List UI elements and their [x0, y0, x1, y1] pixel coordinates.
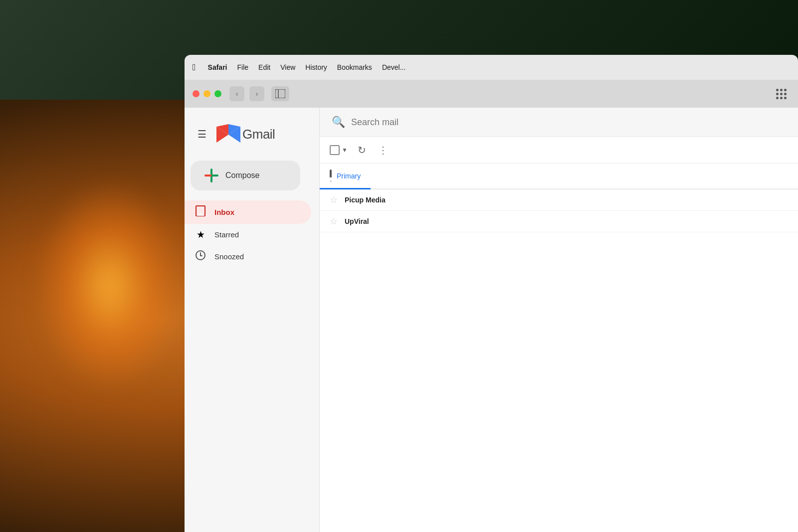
macos-menubar:  Safari File Edit View History Bookmark… — [185, 55, 798, 80]
maximize-button[interactable] — [214, 90, 221, 97]
apps-grid-button[interactable] — [772, 86, 790, 101]
checkbox-square-icon — [330, 145, 340, 155]
hamburger-menu-button[interactable]: ☰ — [195, 125, 209, 143]
gmail-header: ☰ — [185, 116, 319, 157]
table-row[interactable]: ☆ Picup Media — [320, 189, 798, 211]
compose-plus-icon — [204, 169, 218, 182]
compose-label: Compose — [225, 171, 259, 180]
email-list: ☆ Picup Media ☆ UpViral — [320, 189, 798, 532]
search-icon: 🔍 — [332, 116, 345, 129]
nav-item-snoozed[interactable]: Snoozed — [185, 245, 311, 268]
tab-primary[interactable]: Primary — [320, 164, 371, 189]
star-icon[interactable]: ☆ — [330, 216, 338, 227]
select-all-checkbox[interactable]: ▼ — [330, 145, 348, 155]
primary-tab-icon — [330, 171, 332, 181]
email-sender: Picup Media — [345, 196, 424, 204]
gmail-sidebar: ☰ — [185, 108, 319, 532]
minimize-button[interactable] — [203, 90, 210, 97]
gmail-logo: Gmail — [215, 122, 275, 147]
compose-button[interactable]: Compose — [191, 161, 300, 190]
traffic-lights — [193, 90, 221, 97]
chevron-right-icon: › — [256, 90, 258, 98]
gmail-text-label: Gmail — [242, 127, 275, 142]
svg-rect-0 — [275, 89, 285, 98]
apple-menu[interactable]:  — [193, 62, 196, 73]
menu-view[interactable]: View — [280, 63, 295, 71]
back-button[interactable]: ‹ — [229, 86, 244, 101]
forward-button[interactable]: › — [249, 86, 264, 101]
mail-tabs: Primary — [320, 164, 798, 189]
menu-safari[interactable]: Safari — [208, 63, 227, 71]
inbox-icon — [195, 205, 206, 219]
mail-toolbar: ▼ ↻ ⋮ — [320, 137, 798, 164]
safari-toolbar: ‹ › — [185, 80, 798, 108]
browser-content: ☰ — [185, 108, 798, 532]
inbox-label: Inbox — [214, 208, 234, 216]
menu-develop[interactable]: Devel... — [382, 63, 405, 71]
dropdown-arrow-icon: ▼ — [342, 147, 348, 154]
close-button[interactable] — [193, 90, 200, 97]
star-icon: ★ — [195, 229, 206, 240]
primary-tab-label: Primary — [337, 172, 361, 180]
menu-history[interactable]: History — [305, 63, 327, 71]
gmail-m-icon — [215, 122, 240, 147]
starred-label: Starred — [214, 230, 239, 239]
menu-bookmarks[interactable]: Bookmarks — [337, 63, 372, 71]
refresh-button[interactable]: ↻ — [356, 142, 368, 158]
nav-item-inbox[interactable]: Inbox — [185, 200, 311, 224]
search-bar: 🔍 — [320, 108, 798, 137]
clock-icon — [195, 250, 206, 263]
email-sender: UpViral — [345, 217, 424, 225]
menu-file[interactable]: File — [237, 63, 249, 71]
snoozed-label: Snoozed — [214, 252, 244, 261]
star-icon[interactable]: ☆ — [330, 194, 338, 205]
nav-item-starred[interactable]: ★ Starred — [185, 224, 311, 245]
sidebar-toggle-icon — [275, 89, 285, 98]
browser-window:  Safari File Edit View History Bookmark… — [185, 55, 798, 532]
search-input[interactable] — [351, 117, 786, 128]
chevron-left-icon: ‹ — [236, 90, 238, 98]
menu-edit[interactable]: Edit — [258, 63, 270, 71]
more-options-button[interactable]: ⋮ — [376, 142, 390, 158]
grid-dots-icon — [776, 89, 787, 99]
gmail-main-panel: 🔍 ▼ ↻ ⋮ Primary — [319, 108, 798, 532]
sidebar-toggle-button[interactable] — [271, 86, 289, 101]
table-row[interactable]: ☆ UpViral — [320, 211, 798, 232]
